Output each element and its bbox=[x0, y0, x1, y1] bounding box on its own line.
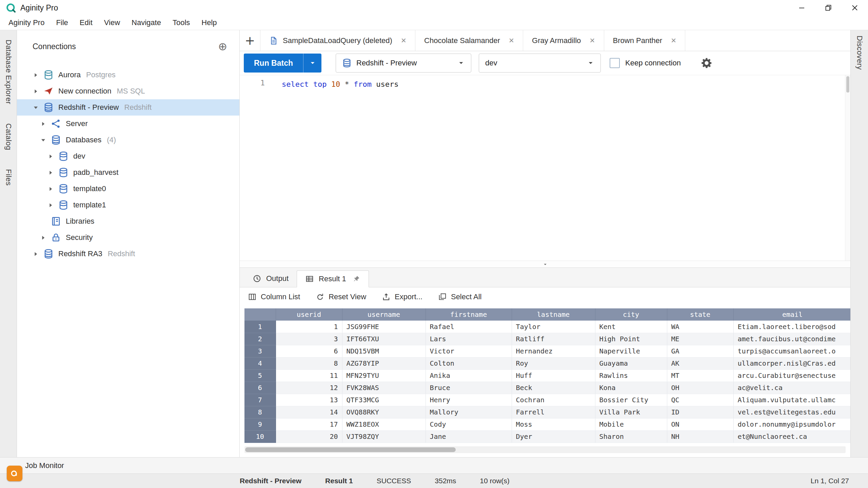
grid-cell[interactable]: dolor.nonummy@ipsumdolor bbox=[733, 418, 850, 430]
grid-cell[interactable]: Aliquam.vulputate.ullamc bbox=[733, 394, 850, 406]
tree-item-server[interactable]: Server bbox=[17, 116, 239, 132]
grid-cell[interactable]: 1 bbox=[276, 321, 342, 333]
grid-cell[interactable]: Beck bbox=[512, 382, 595, 394]
minimize-button[interactable] bbox=[789, 0, 815, 16]
run-batch-dropdown-icon[interactable] bbox=[303, 54, 321, 73]
results-horizontal-scrollbar[interactable] bbox=[244, 446, 846, 453]
chevron-down-icon[interactable] bbox=[38, 137, 48, 143]
chevron-right-icon[interactable] bbox=[45, 202, 56, 208]
grid-cell[interactable]: Kona bbox=[595, 382, 667, 394]
close-tab-icon[interactable]: × bbox=[590, 35, 595, 46]
grid-row[interactable]: 917WWZ18EOXCodyMossMobileONdolor.nonummy… bbox=[244, 418, 850, 430]
grid-cell[interactable]: MT bbox=[667, 369, 733, 382]
grid-cell[interactable]: Guayama bbox=[595, 357, 667, 369]
grid-cell[interactable]: Kent bbox=[595, 321, 667, 333]
tree-item-new-connection[interactable]: New connectionMS SQL bbox=[17, 83, 239, 99]
menu-item-navigate[interactable]: Navigate bbox=[126, 17, 167, 29]
close-tab-icon[interactable]: × bbox=[509, 35, 514, 46]
editor-tab-gray-armadillo[interactable]: Gray Armadillo× bbox=[523, 30, 604, 51]
sql-editor[interactable]: 1 select top 10 * from users bbox=[240, 75, 850, 261]
grid-cell[interactable]: OH bbox=[667, 382, 733, 394]
tree-item-redshift-ra3[interactable]: Redshift RA3Redshift bbox=[17, 246, 239, 262]
grid-cell[interactable]: Villa Park bbox=[595, 406, 667, 418]
grid-cell[interactable]: 12 bbox=[276, 382, 342, 394]
settings-gear-icon[interactable] bbox=[701, 57, 713, 69]
grid-cell[interactable]: arcu.Curabitur@senectuse bbox=[733, 369, 850, 382]
grid-cell[interactable]: Cochran bbox=[512, 394, 595, 406]
grid-cell[interactable]: ullamcorper.nisl@Cras.ed bbox=[733, 357, 850, 369]
grid-row[interactable]: 511MFN29TYUAnikaHuffRawlinsMTarcu.Curabi… bbox=[244, 369, 850, 382]
results-tool-reset-view[interactable]: Reset View bbox=[316, 292, 366, 301]
grid-row[interactable]: 48AZG78YIPColtonRoyGuayamaAKullamcorper.… bbox=[244, 357, 850, 369]
menu-item-aginity-pro[interactable]: Aginity Pro bbox=[3, 17, 50, 29]
grid-column-email[interactable]: email bbox=[733, 308, 850, 321]
grid-cell[interactable]: Dyer bbox=[512, 430, 595, 443]
tree-item-databases[interactable]: Databases(4) bbox=[17, 132, 239, 148]
menu-item-edit[interactable]: Edit bbox=[74, 17, 98, 29]
chevron-right-icon[interactable] bbox=[31, 250, 41, 257]
grid-column-state[interactable]: state bbox=[667, 308, 733, 321]
rail-tab-catalog[interactable]: Catalog bbox=[4, 123, 13, 150]
grid-cell[interactable]: Rafael bbox=[426, 321, 512, 333]
grid-cell[interactable]: Ratliff bbox=[512, 333, 595, 345]
grid-cell[interactable]: ID bbox=[667, 406, 733, 418]
menu-item-file[interactable]: File bbox=[50, 17, 74, 29]
tree-item-template1[interactable]: template1 bbox=[17, 197, 239, 213]
results-tool-column-list[interactable]: Column List bbox=[248, 292, 300, 301]
results-tab-output[interactable]: Output bbox=[244, 270, 297, 287]
add-connection-icon[interactable]: ⊕ bbox=[218, 41, 227, 52]
chevron-right-icon[interactable] bbox=[45, 169, 56, 176]
grid-cell[interactable]: ME bbox=[667, 333, 733, 345]
menu-item-tools[interactable]: Tools bbox=[167, 17, 196, 29]
keep-connection-checkbox[interactable] bbox=[610, 58, 620, 68]
rail-tab-database-explorer[interactable]: Database Explorer bbox=[4, 40, 13, 104]
grid-cell[interactable]: QTF33MCG bbox=[342, 394, 426, 406]
chevron-right-icon[interactable] bbox=[45, 153, 56, 160]
grid-row[interactable]: 36NDQ15VBMVictorHernandezNapervilleGAtur… bbox=[244, 345, 850, 357]
grid-cell[interactable]: MFN29TYU bbox=[342, 369, 426, 382]
grid-cell[interactable]: Cody bbox=[426, 418, 512, 430]
grid-cell[interactable]: Henry bbox=[426, 394, 512, 406]
grid-cell[interactable]: JSG99FHE bbox=[342, 321, 426, 333]
editor-tab-sampledataloadquery-deleted[interactable]: SampleDataLoadQuery (deleted)× bbox=[260, 30, 415, 51]
grid-cell[interactable]: Roy bbox=[512, 357, 595, 369]
editor-tab-chocolate-salamander[interactable]: Chocolate Salamander× bbox=[415, 30, 523, 51]
tree-item-padb-harvest[interactable]: padb_harvest bbox=[17, 164, 239, 181]
grid-cell[interactable]: 20 bbox=[276, 430, 342, 443]
run-batch-button[interactable]: Run Batch bbox=[244, 54, 303, 73]
scrollbar-thumb[interactable] bbox=[846, 76, 849, 93]
grid-cell[interactable]: FVK28WAS bbox=[342, 382, 426, 394]
grid-cell[interactable]: OVQ88RKY bbox=[342, 406, 426, 418]
grid-cell[interactable]: Sharon bbox=[595, 430, 667, 443]
grid-cell[interactable]: 14 bbox=[276, 406, 342, 418]
chevron-right-icon[interactable] bbox=[38, 234, 48, 241]
grid-cell[interactable]: AK bbox=[667, 357, 733, 369]
close-button[interactable] bbox=[842, 0, 868, 16]
grid-cell[interactable]: Farrell bbox=[512, 406, 595, 418]
connection-select[interactable]: Redshift - Preview bbox=[336, 54, 471, 73]
grid-cell[interactable]: AZG78YIP bbox=[342, 357, 426, 369]
grid-cell[interactable]: Anika bbox=[426, 369, 512, 382]
grid-cell[interactable]: Naperville bbox=[595, 345, 667, 357]
grid-cell[interactable]: Mobile bbox=[595, 418, 667, 430]
rail-tab-files[interactable]: Files bbox=[4, 169, 13, 186]
grid-column-firstname[interactable]: firstname bbox=[426, 308, 512, 321]
tree-item-security[interactable]: Security bbox=[17, 229, 239, 246]
grid-cell[interactable]: WA bbox=[667, 321, 733, 333]
chevron-right-icon[interactable] bbox=[45, 185, 56, 192]
grid-cell[interactable]: vel.est@velitegestas.edu bbox=[733, 406, 850, 418]
grid-cell[interactable]: 6 bbox=[276, 345, 342, 357]
grid-cell[interactable]: Mallory bbox=[426, 406, 512, 418]
grid-cell[interactable]: High Point bbox=[595, 333, 667, 345]
grid-row[interactable]: 612FVK28WASBruceBeckKonaOHac@velit.ca bbox=[244, 382, 850, 394]
grid-cell[interactable]: NDQ15VBM bbox=[342, 345, 426, 357]
database-select[interactable]: dev bbox=[479, 54, 601, 73]
grid-cell[interactable]: 3 bbox=[276, 333, 342, 345]
editor-tab-brown-panther[interactable]: Brown Panther× bbox=[604, 30, 686, 51]
editor-vertical-scrollbar[interactable] bbox=[845, 75, 850, 261]
grid-cell[interactable]: 11 bbox=[276, 369, 342, 382]
grid-cell[interactable]: Etiam.laoreet.libero@sod bbox=[733, 321, 850, 333]
pin-icon[interactable] bbox=[352, 275, 360, 283]
grid-cell[interactable]: GA bbox=[667, 345, 733, 357]
grid-column-lastname[interactable]: lastname bbox=[512, 308, 595, 321]
